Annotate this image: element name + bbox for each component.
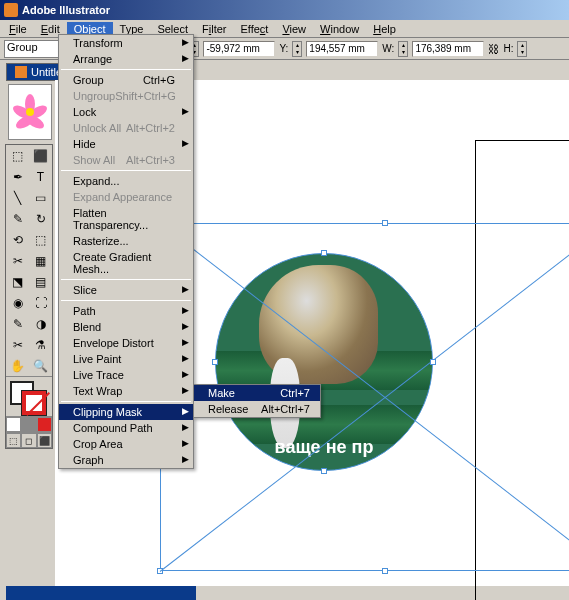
menu-view[interactable]: View <box>275 22 313 36</box>
menuitem-expand-[interactable]: Expand... <box>59 173 193 189</box>
w-field[interactable] <box>412 41 484 57</box>
tool-8-1[interactable]: ◑ <box>29 313 52 334</box>
screen-mode[interactable]: ⬚ <box>6 433 21 448</box>
y-spinner[interactable]: ▴▾ <box>292 41 302 57</box>
y-label: Y: <box>279 43 288 54</box>
menu-window[interactable]: Window <box>313 22 366 36</box>
object-menu: Transform▶Arrange▶GroupCtrl+GUngroupShif… <box>58 34 194 469</box>
tool-5-1[interactable]: ▦ <box>29 250 52 271</box>
menuitem-slice[interactable]: Slice▶ <box>59 282 193 298</box>
screen-mode[interactable]: ◻ <box>21 433 36 448</box>
menuitem-live-paint[interactable]: Live Paint▶ <box>59 351 193 367</box>
tool-2-1[interactable]: ▭ <box>29 187 52 208</box>
menuitem-path[interactable]: Path▶ <box>59 303 193 319</box>
tool-8-0[interactable]: ✎ <box>6 313 29 334</box>
menuitem-transform[interactable]: Transform▶ <box>59 35 193 51</box>
link-icon[interactable]: ⛓ <box>488 43 499 55</box>
w-spinner[interactable]: ▴▾ <box>398 41 408 57</box>
menuitem-hide[interactable]: Hide▶ <box>59 136 193 152</box>
selection-type-select[interactable]: Group <box>4 40 64 58</box>
h-label: H: <box>503 43 513 54</box>
tool-7-0[interactable]: ◉ <box>6 292 29 313</box>
app-icon <box>4 3 18 17</box>
tool-1-1[interactable]: T <box>29 166 52 187</box>
selection-handle[interactable] <box>382 568 388 574</box>
tool-10-1[interactable]: 🔍 <box>29 355 52 376</box>
anchor-point[interactable] <box>212 359 218 365</box>
menuitem-unlock-all: Unlock AllAlt+Ctrl+2 <box>59 120 193 136</box>
menuitem-expand-appearance: Expand Appearance <box>59 189 193 205</box>
tool-9-0[interactable]: ✂ <box>6 334 29 355</box>
anchor-point[interactable] <box>430 359 436 365</box>
menu-filter[interactable]: Filter <box>195 22 233 36</box>
ai-doc-icon <box>15 66 27 78</box>
tool-9-1[interactable]: ⚗ <box>29 334 52 355</box>
menuitem-lock[interactable]: Lock▶ <box>59 104 193 120</box>
menuitem-live-trace[interactable]: Live Trace▶ <box>59 367 193 383</box>
tool-7-1[interactable]: ⛶ <box>29 292 52 313</box>
tool-10-0[interactable]: ✋ <box>6 355 29 376</box>
tool-1-0[interactable]: ✒ <box>6 166 29 187</box>
selection-handle[interactable] <box>382 220 388 226</box>
tool-4-0[interactable]: ⟲ <box>6 229 29 250</box>
menuitem-show-all: Show AllAlt+Ctrl+3 <box>59 152 193 168</box>
menuitem-text-wrap[interactable]: Text Wrap▶ <box>59 383 193 399</box>
svg-point-5 <box>26 108 34 116</box>
submenuitem-release[interactable]: ReleaseAlt+Ctrl+7 <box>194 401 320 417</box>
w-label: W: <box>382 43 394 54</box>
anchor-point[interactable] <box>321 250 327 256</box>
menuitem-group[interactable]: GroupCtrl+G <box>59 72 193 88</box>
menuitem-flatten-transparency-[interactable]: Flatten Transparency... <box>59 205 193 233</box>
tool-5-0[interactable]: ✂ <box>6 250 29 271</box>
artboard-thumbnail <box>8 84 52 140</box>
tool-0-0[interactable]: ⬚ <box>6 145 29 166</box>
submenuitem-make[interactable]: MakeCtrl+7 <box>194 385 320 401</box>
menuitem-arrange[interactable]: Arrange▶ <box>59 51 193 67</box>
tool-0-1[interactable]: ⬛ <box>29 145 52 166</box>
menu-help[interactable]: Help <box>366 22 403 36</box>
tool-3-1[interactable]: ↻ <box>29 208 52 229</box>
clipped-image[interactable]: ваще не пр <box>215 253 433 471</box>
anchor-point[interactable] <box>321 468 327 474</box>
title-bar: Adobe Illustrator <box>0 0 569 20</box>
menuitem-create-gradient-mesh-[interactable]: Create Gradient Mesh... <box>59 249 193 277</box>
tool-6-1[interactable]: ▤ <box>29 271 52 292</box>
menu-effect[interactable]: Effect <box>233 22 275 36</box>
menuitem-clipping-mask[interactable]: Clipping Mask▶ <box>59 404 193 420</box>
tools-panel: ⬚⬛✒T╲▭✎↻⟲⬚✂▦⬔▤◉⛶✎◑✂⚗✋🔍⬚◻⬛ <box>5 144 53 449</box>
h-spinner[interactable]: ▴▾ <box>517 41 527 57</box>
app-title: Adobe Illustrator <box>22 4 110 16</box>
tool-2-0[interactable]: ╲ <box>6 187 29 208</box>
status-bar <box>6 586 196 600</box>
menuitem-blend[interactable]: Blend▶ <box>59 319 193 335</box>
menuitem-ungroup: UngroupShift+Ctrl+G <box>59 88 193 104</box>
x-field[interactable] <box>203 41 275 57</box>
color-mode[interactable] <box>6 417 21 432</box>
menuitem-envelope-distort[interactable]: Envelope Distort▶ <box>59 335 193 351</box>
placed-image: ваще не пр <box>216 254 432 470</box>
color-mode[interactable] <box>21 417 36 432</box>
tool-4-1[interactable]: ⬚ <box>29 229 52 250</box>
tool-3-0[interactable]: ✎ <box>6 208 29 229</box>
clipping-mask-submenu: MakeCtrl+7ReleaseAlt+Ctrl+7 <box>193 384 321 418</box>
y-field[interactable] <box>306 41 378 57</box>
menuitem-graph[interactable]: Graph▶ <box>59 452 193 468</box>
tool-6-0[interactable]: ⬔ <box>6 271 29 292</box>
stroke-swatch[interactable] <box>22 391 46 415</box>
menu-file[interactable]: File <box>2 22 34 36</box>
menuitem-crop-area[interactable]: Crop Area▶ <box>59 436 193 452</box>
screen-mode[interactable]: ⬛ <box>37 433 52 448</box>
menuitem-rasterize-[interactable]: Rasterize... <box>59 233 193 249</box>
menuitem-compound-path[interactable]: Compound Path▶ <box>59 420 193 436</box>
color-mode[interactable] <box>37 417 52 432</box>
